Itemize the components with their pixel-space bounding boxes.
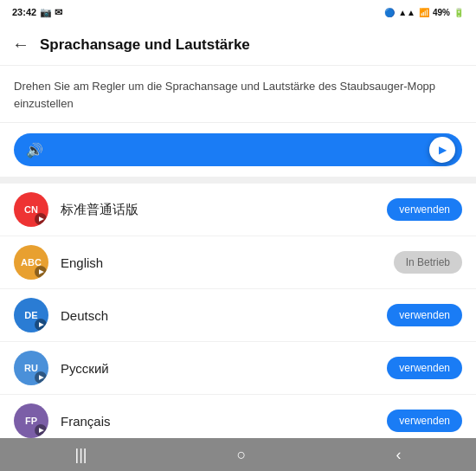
language-icon: RU▶ <box>14 351 48 385</box>
bottom-nav: ||| ○ ‹ <box>0 438 476 471</box>
use-button[interactable]: verwenden <box>387 410 462 432</box>
status-right-icons: 🔵 ▲▲ 📶 49% 🔋 <box>384 8 464 17</box>
page-title: Sprachansage und Lautstärke <box>40 36 250 54</box>
list-item: RU▶Русскийverwenden <box>0 342 476 395</box>
play-icon: ▶ <box>35 424 47 436</box>
wifi-icon: ▲▲ <box>398 8 415 17</box>
main-content: Drehen Sie am Regler um die Sprachansage… <box>0 66 476 438</box>
description-text: Drehen Sie am Regler um die Sprachansage… <box>14 80 435 110</box>
status-bar: 23:42 📷 ✉ 🔵 ▲▲ 📶 49% 🔋 <box>0 0 476 24</box>
language-icon: DE▶ <box>14 298 48 332</box>
active-button: In Betrieb <box>394 251 462 274</box>
language-icon: CN▶ <box>14 192 48 227</box>
list-item: DE▶Deutschverwenden <box>0 289 476 342</box>
speaker-icon: 🔊 <box>26 142 43 158</box>
language-name: Deutsch <box>61 308 375 323</box>
list-item: FP▶Françaisverwenden <box>0 395 476 438</box>
status-time: 23:42 📷 ✉ <box>12 7 62 18</box>
slider-section[interactable]: 🔊 ▶ <box>0 123 476 184</box>
back-nav-button[interactable]: ‹ <box>378 441 418 469</box>
description-section: Drehen Sie am Regler um die Sprachansage… <box>0 66 476 123</box>
use-button[interactable]: verwenden <box>387 198 462 221</box>
slider-thumb[interactable]: ▶ <box>429 137 455 163</box>
home-nav-button[interactable]: ○ <box>220 441 264 469</box>
status-icons: 📷 ✉ <box>40 7 62 18</box>
play-icon: ▶ <box>35 266 47 278</box>
list-item: ABC▶EnglishIn Betrieb <box>0 236 476 289</box>
back-button[interactable]: ← <box>12 35 29 55</box>
time-display: 23:42 <box>12 7 36 17</box>
language-list: CN▶标准普通话版verwendenABC▶EnglishIn BetriebD… <box>0 184 476 438</box>
play-icon: ▶ <box>35 371 47 384</box>
language-name: English <box>61 255 382 270</box>
thumb-arrow-icon: ▶ <box>439 144 447 156</box>
signal-icon: 📶 <box>419 8 429 17</box>
language-name: 标准普通话版 <box>61 202 375 218</box>
language-icon: ABC▶ <box>14 245 48 280</box>
battery-icon: 🔋 <box>453 8 464 17</box>
language-icon: FP▶ <box>14 403 48 438</box>
play-icon: ▶ <box>35 319 47 331</box>
play-icon: ▶ <box>35 213 47 225</box>
battery-display: 49% <box>433 8 450 17</box>
language-name: Français <box>61 414 375 429</box>
use-button[interactable]: verwenden <box>387 357 462 379</box>
menu-nav-button[interactable]: ||| <box>58 441 105 469</box>
language-name: Русский <box>61 361 375 376</box>
bt-icon: 🔵 <box>384 8 395 17</box>
use-button[interactable]: verwenden <box>387 304 462 326</box>
header: ← Sprachansage und Lautstärke <box>0 24 476 66</box>
volume-slider[interactable]: 🔊 ▶ <box>14 133 462 166</box>
list-item: CN▶标准普通话版verwenden <box>0 184 476 236</box>
